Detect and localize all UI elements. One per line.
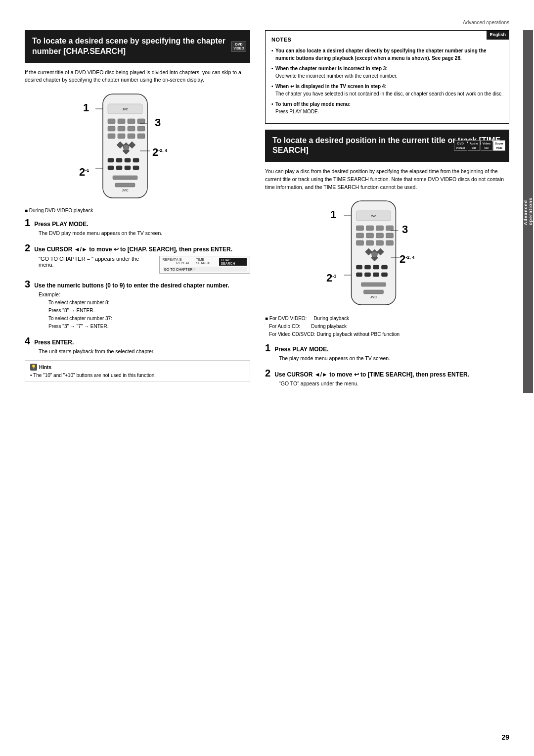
left-step-4: 4 Press ENTER. The unit starts playback …	[25, 335, 250, 356]
svg-rect-56	[365, 265, 371, 269]
right-step-1-number: 1	[265, 342, 270, 353]
badge-video: VideoCD	[481, 141, 492, 151]
right-step-label-1: 1	[330, 208, 336, 221]
left-step-1-title: Press PLAY MODE.	[34, 221, 88, 228]
note-item-1: You can also locate a desired chapter di…	[271, 47, 503, 62]
svg-rect-45	[386, 233, 394, 238]
dvd-badge-text: DVDVIDEO	[231, 41, 246, 51]
left-step-2: 2 Use CURSOR ◄/► to move ↩ to [CHAP. SEA…	[25, 242, 250, 274]
operations-sidebar-text: Advancedoperations	[523, 197, 533, 225]
right-step-label-3: 3	[402, 223, 408, 236]
left-step-label-2-2-sub: -2, 4	[158, 148, 167, 153]
svg-rect-41	[386, 226, 394, 231]
svg-rect-49	[386, 240, 394, 245]
svg-rect-26	[125, 166, 131, 170]
multi-badge-container: DVDVIDEO AudioCD VideoCD SuperVCD	[454, 141, 505, 151]
svg-text:JVC: JVC	[371, 215, 377, 218]
example-line-4: Press "3" → "7" → ENTER.	[48, 324, 108, 329]
right-remote-svg-container: 1 3 2-2, 4 2-1 JVC	[330, 198, 444, 307]
svg-rect-60	[365, 273, 371, 277]
left-step-2-image-area: "GO TO CHAPTER = " appears under the men…	[39, 256, 250, 274]
right-step-1-detail: The play mode menu appears on the TV scr…	[279, 355, 509, 363]
left-section-title-box: To locate a desired scene by specifying …	[25, 30, 250, 63]
left-column: To locate a desired scene by specifying …	[25, 30, 250, 393]
svg-rect-59	[356, 273, 362, 277]
right-step-2-title: Use CURSOR ◄/► to move ↩ to [TIME SEARCH…	[274, 371, 469, 378]
right-step-1-title: Press PLAY MODE.	[274, 346, 328, 353]
svg-rect-61	[373, 273, 379, 277]
left-step-label-3: 3	[155, 116, 161, 129]
note-item-3: When ↩ is displayed in the TV screen in …	[271, 83, 503, 97]
dvd-badge: DVDVIDEO	[231, 41, 246, 51]
svg-rect-58	[382, 265, 388, 269]
left-step-label-2-1-sub: -1	[85, 168, 89, 173]
left-step-label-1: 1	[83, 101, 89, 114]
notes-title: NOTES	[271, 36, 503, 44]
english-label: English	[487, 31, 509, 40]
left-step-1-number: 1	[25, 217, 30, 228]
svg-text:JVC: JVC	[370, 295, 377, 299]
right-step-2: 2 Use CURSOR ◄/► to move ↩ to [TIME SEAR…	[265, 368, 509, 388]
svg-rect-21	[116, 158, 122, 162]
right-step-label-2-2: 2-2, 4	[400, 253, 414, 266]
left-step-1-detail: The DVD play mode menu appears on the TV…	[39, 230, 250, 237]
left-step-2-text: "GO TO CHAPTER = " appears under the men…	[39, 256, 154, 268]
page-container: Advanced operations To locate a desired …	[0, 0, 534, 756]
note-item-1-bold: You can also locate a desired chapter di…	[275, 48, 487, 61]
left-step-3: 3 Use the numeric buttons (0 to 9) to en…	[25, 279, 250, 331]
left-step-4-number: 4	[25, 335, 30, 346]
left-step-3-examples: To select chapter number 8: Press "8" → …	[48, 299, 250, 331]
svg-rect-55	[356, 265, 362, 269]
note-item-2: When the chapter number is incorrect in …	[271, 65, 503, 80]
left-step-label-2-2: 2-2, 4	[152, 146, 167, 159]
badge-dvd: DVDVIDEO	[454, 141, 467, 151]
svg-rect-9	[128, 126, 135, 131]
left-playback-note: During DVD VIDEO playback	[25, 208, 250, 213]
left-step-4-detail: The unit starts playback from the select…	[39, 348, 250, 356]
svg-rect-14	[137, 134, 145, 139]
svg-rect-3	[108, 119, 115, 124]
playback-info-line-2: For Audio CD: During playback	[265, 323, 509, 331]
svg-rect-57	[373, 265, 379, 269]
page-number: 29	[501, 733, 509, 741]
playback-info-line-1: ■ For DVD VIDEO: During playback	[265, 315, 509, 323]
svg-rect-24	[108, 166, 114, 170]
svg-point-19	[123, 144, 129, 150]
left-remote-diagram: 1 3 2-2, 4 2-1 JVC	[25, 92, 250, 200]
svg-rect-63	[361, 283, 386, 286]
svg-rect-46	[356, 240, 364, 245]
right-step-2-detail: "GO TO" appears under the menu.	[279, 380, 509, 388]
right-step-1: 1 Press PLAY MODE. The play mode menu ap…	[265, 342, 509, 363]
svg-rect-13	[128, 134, 135, 139]
right-step-label-2-1: 2-1	[326, 272, 336, 284]
svg-rect-44	[376, 233, 384, 238]
svg-text:JVC: JVC	[122, 108, 128, 111]
operations-sidebar: Advancedoperations	[523, 30, 533, 393]
hints-title: Hints	[39, 365, 51, 370]
svg-rect-12	[118, 134, 125, 139]
svg-rect-10	[137, 126, 145, 131]
svg-rect-38	[356, 226, 364, 231]
svg-rect-29	[115, 183, 135, 187]
note-item-3-bold: When ↩ is displayed in the TV screen in …	[275, 84, 387, 89]
note-item-3-normal: The chapter you have selected is not con…	[275, 91, 503, 96]
svg-rect-48	[376, 240, 384, 245]
left-remote-svg-container: 1 3 2-2, 4 2-1 JVC	[88, 92, 187, 200]
svg-rect-25	[116, 166, 122, 170]
two-column-layout: To locate a desired scene by specifying …	[25, 30, 509, 393]
right-step-2-number: 2	[265, 368, 270, 378]
menu-row-1: REPEAT A-B REPEAT TIME SEARCH CHAP SEARC…	[163, 258, 247, 266]
left-step-3-example-label: Example: To select chapter number 8: Pre…	[39, 291, 250, 331]
left-step-label-2-1: 2-1	[79, 166, 89, 179]
svg-rect-7	[108, 126, 115, 131]
svg-rect-4	[118, 119, 125, 124]
playback-info-line-3: For Video CD/SVCD: During playback witho…	[265, 331, 509, 338]
note-item-4-normal: Press PLAY MODE.	[275, 109, 319, 114]
svg-rect-8	[118, 126, 125, 131]
badge-super: SuperVCD	[493, 141, 505, 151]
go-to-chapter-row: GO TO CHAPTER =	[163, 267, 247, 272]
right-playback-info: ■ For DVD VIDEO: During playback For Aud…	[265, 315, 509, 338]
right-multi-badge: DVDVIDEO AudioCD VideoCD SuperVCD	[454, 141, 505, 151]
svg-point-54	[372, 251, 378, 257]
right-body-text: You can play a disc from the desired pos…	[265, 168, 509, 191]
